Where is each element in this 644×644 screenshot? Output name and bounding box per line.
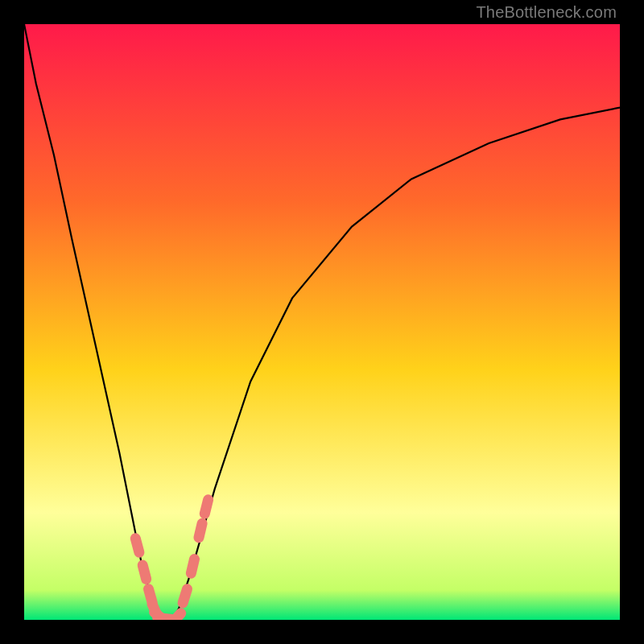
marker-segment <box>142 565 147 579</box>
marker-segment <box>191 559 194 574</box>
marker-segment <box>204 500 208 514</box>
marker-segment <box>199 523 202 538</box>
plot-frame <box>24 24 620 620</box>
bottleneck-curve-layer <box>24 24 620 620</box>
marker-segment <box>171 613 181 620</box>
marker-segment <box>135 539 139 552</box>
highlighted-markers <box>135 500 208 620</box>
bottleneck-curve <box>24 24 620 620</box>
marker-segment <box>183 589 187 603</box>
watermark-text: TheBottleneck.com <box>476 3 617 22</box>
